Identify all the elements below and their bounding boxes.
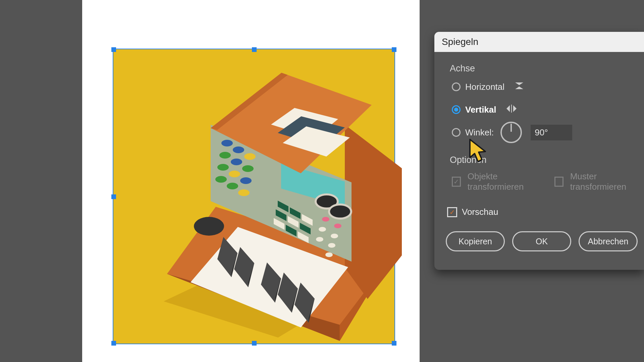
selection-handle[interactable] — [252, 47, 257, 52]
radio-angle[interactable] — [452, 128, 461, 137]
horizontal-reflect-icon — [514, 81, 525, 93]
ok-button[interactable]: OK — [512, 231, 571, 251]
radio-horizontal-label: Horizontal — [465, 82, 504, 92]
selection-handle[interactable] — [252, 341, 257, 346]
selection-handle[interactable] — [392, 341, 396, 346]
axis-horizontal-row[interactable]: Horizontal — [452, 80, 644, 94]
preview-label: Vorschau — [462, 207, 498, 217]
synth-illustration — [133, 59, 375, 334]
svg-marker-4 — [513, 105, 517, 112]
dialog-buttons: Kopieren OK Abbrechen — [446, 231, 644, 251]
dialog-title: Spiegeln — [434, 32, 644, 52]
checkbox-transform-patterns — [554, 177, 564, 187]
selection-handle[interactable] — [392, 47, 396, 52]
svg-marker-1 — [515, 86, 523, 89]
axis-angle-row[interactable]: Winkel: — [452, 125, 644, 139]
options-row: Objekte transformieren Muster transformi… — [452, 171, 644, 192]
selection-handle[interactable] — [111, 47, 116, 52]
selection-handle[interactable] — [111, 194, 116, 199]
radio-angle-label: Winkel: — [465, 127, 494, 138]
checkbox-preview[interactable] — [447, 207, 457, 217]
copy-button[interactable]: Kopieren — [446, 231, 505, 251]
radio-horizontal[interactable] — [452, 82, 461, 91]
checkbox-transform-objects — [452, 177, 461, 187]
selection-handle[interactable] — [111, 341, 116, 346]
radio-vertical[interactable] — [452, 105, 461, 114]
cancel-button[interactable]: Abbrechen — [579, 231, 638, 251]
axis-section-label: Achse — [450, 63, 644, 74]
radio-vertical-label: Vertikal — [465, 105, 496, 115]
svg-marker-0 — [515, 82, 523, 85]
reflect-dialog: Spiegeln Achse Horizontal Vertikal Winke… — [434, 32, 644, 270]
axis-vertical-row[interactable]: Vertikal — [452, 103, 644, 117]
svg-marker-2 — [506, 105, 510, 112]
angle-input[interactable] — [531, 125, 572, 140]
preview-row[interactable]: Vorschau — [447, 207, 644, 217]
angle-dial-icon[interactable] — [500, 122, 522, 143]
transform-objects-label: Objekte transformieren — [468, 171, 544, 192]
selected-artwork[interactable] — [113, 49, 394, 344]
options-section-label: Optionen — [450, 155, 644, 165]
vertical-reflect-icon — [506, 104, 517, 116]
transform-patterns-label: Muster transformieren — [570, 171, 644, 192]
